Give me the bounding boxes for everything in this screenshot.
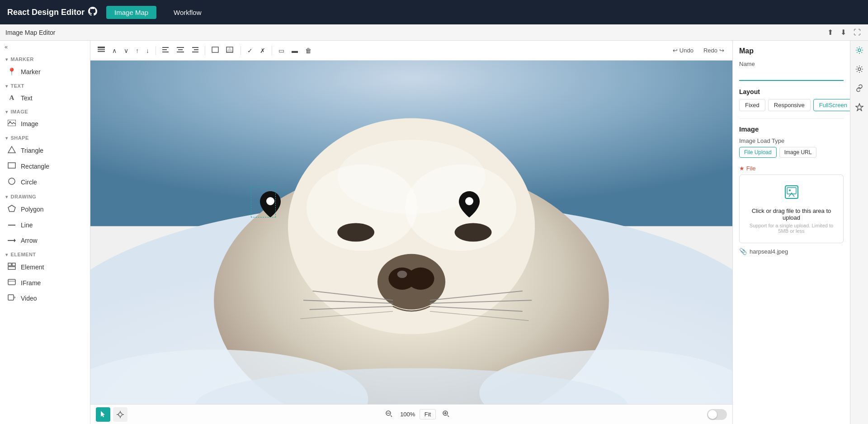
redo-label: Redo	[703, 47, 717, 54]
toolbar-align-center-btn[interactable]	[174, 45, 187, 56]
svg-rect-29	[212, 47, 218, 52]
upload-zone[interactable]: Click or drag file to this area to uploa…	[739, 174, 844, 243]
section-text-header[interactable]: ▾ TEXT	[0, 80, 90, 90]
sidebar-item-line[interactable]: Line	[0, 217, 90, 233]
toolbar-align-left-btn[interactable]	[160, 45, 172, 56]
select-tool-btn[interactable]	[96, 407, 110, 422]
right-icon-bar	[850, 41, 868, 424]
image-load-type-label: Image Load Type	[739, 137, 844, 144]
toolbar-crop-btn[interactable]	[209, 45, 222, 56]
layout-options: Fixed Responsive FullScreen	[739, 99, 844, 111]
svg-rect-17	[98, 49, 105, 50]
svg-rect-10	[12, 263, 15, 266]
svg-point-69	[858, 49, 861, 52]
arrow-label: Arrow	[21, 237, 38, 244]
toolbar-up-btn[interactable]: ∧	[109, 45, 119, 56]
sidebar-item-marker[interactable]: 📍 Marker	[0, 64, 90, 80]
toolbar: ∧ ∨ ↑ ↓	[90, 41, 732, 61]
section-element-header[interactable]: ▾ ELEMENT	[0, 248, 90, 259]
sidebar-item-image[interactable]: Image	[0, 116, 90, 132]
sidebar-item-element[interactable]: Element	[0, 259, 90, 275]
layout-fixed-btn[interactable]: Fixed	[739, 99, 765, 111]
sub-action-upload-btn[interactable]: ⬆	[826, 27, 835, 38]
sidebar-item-circle[interactable]: Circle	[0, 174, 90, 190]
zoom-in-btn[interactable]	[439, 408, 453, 420]
sidebar-item-text[interactable]: A Text	[0, 90, 90, 105]
name-field-label: Name	[739, 61, 844, 67]
image-label: Image	[21, 120, 38, 127]
toolbar-down-btn[interactable]: ∨	[121, 45, 131, 56]
section-marker-header[interactable]: ▾ MARKER	[0, 53, 90, 64]
collapse-icon: «	[5, 43, 8, 50]
layout-fullscreen-btn[interactable]: FullScreen	[813, 99, 850, 111]
file-label: File	[746, 165, 756, 172]
star-panel-btn[interactable]	[854, 101, 865, 113]
svg-point-58	[118, 413, 122, 416]
marker-1[interactable]	[260, 191, 281, 219]
section-element-label: ELEMENT	[11, 252, 36, 257]
sub-action-expand-btn[interactable]: ⛶	[852, 27, 863, 38]
toolbar-delete-btn[interactable]: 🗑	[302, 45, 314, 56]
settings2-panel-btn[interactable]	[854, 63, 865, 75]
settings-panel-btn[interactable]	[854, 44, 865, 56]
canvas-wrapper: ∧ ∨ ↑ ↓	[90, 41, 732, 424]
canvas-area[interactable]: 100% Fit	[90, 61, 732, 424]
rectangle-icon	[7, 162, 16, 170]
text-label: Text	[21, 94, 33, 102]
sidebar-item-iframe[interactable]: IFrame	[0, 275, 90, 291]
redo-btn[interactable]: Redo ↪	[700, 45, 728, 56]
section-drawing-header[interactable]: ▾ DRAWING	[0, 190, 90, 201]
svg-point-56	[266, 197, 274, 205]
section-image-header[interactable]: ▾ IMAGE	[0, 105, 90, 116]
svg-rect-11	[8, 267, 15, 269]
toolbar-layers-btn[interactable]	[95, 45, 108, 56]
layout-responsive-btn[interactable]: Responsive	[768, 99, 811, 111]
zoom-out-btn[interactable]	[382, 408, 396, 420]
load-type-options: File Upload Image URL	[739, 147, 844, 158]
image-map-nav-btn[interactable]: Image Map	[106, 6, 156, 19]
sub-action-download-btn[interactable]: ⬇	[839, 27, 848, 38]
triangle-icon	[7, 146, 16, 155]
section-drawing-label: DRAWING	[11, 194, 37, 199]
pan-tool-btn[interactable]	[113, 407, 127, 422]
toolbar-mask-btn[interactable]	[223, 45, 237, 56]
svg-marker-15	[14, 296, 15, 299]
section-text-label: TEXT	[11, 83, 24, 89]
section-shape-header[interactable]: ▾ SHAPE	[0, 132, 90, 142]
sidebar-item-video[interactable]: Video	[0, 291, 90, 306]
toolbar-align-right-btn[interactable]	[189, 45, 201, 56]
svg-line-61	[391, 415, 392, 417]
sidebar-item-rectangle[interactable]: Rectangle	[0, 159, 90, 174]
canvas-bottom-toolbar: 100% Fit	[90, 404, 732, 424]
file-upload-btn[interactable]: File Upload	[739, 147, 777, 158]
toolbar-sep1	[156, 46, 156, 55]
toolbar-sep4	[272, 46, 272, 55]
toolbar-back-btn[interactable]: ↓	[143, 45, 152, 56]
app-title-text: React Design Editor	[7, 8, 85, 17]
toolbar-lock-btn[interactable]: ✓	[245, 45, 255, 56]
toolbar-rect-btn[interactable]: ▭	[276, 45, 287, 56]
sidebar-item-arrow[interactable]: Arrow	[0, 233, 90, 248]
toolbar-sep2	[205, 46, 205, 55]
sidebar-collapse-btn[interactable]: «	[0, 41, 90, 53]
upload-icon	[783, 184, 800, 204]
toggle-switch[interactable]	[707, 409, 727, 420]
undo-btn[interactable]: ↩ Undo	[669, 45, 697, 56]
sidebar-item-triangle[interactable]: Triangle	[0, 142, 90, 159]
sidebar-item-polygon[interactable]: Polygon	[0, 201, 90, 217]
link-panel-btn[interactable]	[854, 82, 865, 94]
fit-btn[interactable]: Fit	[420, 409, 436, 419]
marker-2[interactable]	[459, 191, 480, 219]
left-sidebar: « ▾ MARKER 📍 Marker ▾ TEXT A Text ▾ IMAG…	[0, 41, 90, 424]
marker-label: Marker	[21, 68, 41, 75]
svg-marker-8	[14, 239, 16, 242]
toolbar-close-btn[interactable]: ✗	[257, 45, 268, 56]
rectangle-label: Rectangle	[21, 163, 49, 170]
toolbar-front-btn[interactable]: ↑	[133, 45, 142, 56]
video-icon	[7, 294, 16, 302]
line-label: Line	[21, 221, 33, 229]
image-url-btn[interactable]: Image URL	[779, 147, 817, 158]
toolbar-group-btn[interactable]: ▬	[289, 45, 301, 56]
name-input[interactable]	[739, 69, 844, 81]
workflow-nav-btn[interactable]: Workflow	[165, 6, 209, 19]
